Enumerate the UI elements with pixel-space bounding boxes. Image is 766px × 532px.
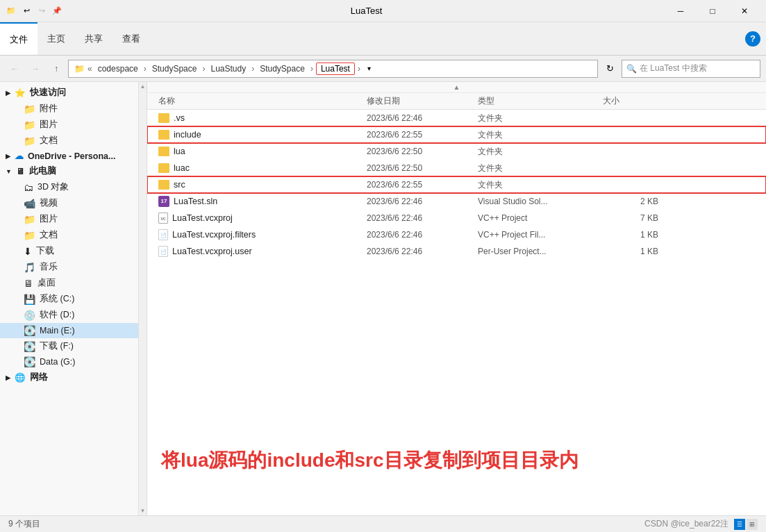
file-row-filters[interactable]: 📄 LuaTest.vcxproj.filters 2023/6/6 22:46… — [147, 226, 766, 243]
main-layout: ▶ ⭐ 快速访问 📁 附件 📁 图片 📁 文档 ▶ — [0, 82, 766, 515]
refresh-button[interactable]: ↻ — [601, 60, 619, 78]
sidebar-label-downloads: 下载 — [36, 245, 54, 257]
sidebar-item-documents[interactable]: 📁 文档 — [0, 133, 138, 149]
help-icon[interactable]: ? — [745, 31, 760, 47]
sidebar-item-3dobjects[interactable]: 🗂 3D 对象 — [0, 179, 138, 195]
tab-view[interactable]: 查看 — [113, 22, 150, 55]
sidebar-pc-label: 此电脑 — [29, 165, 56, 177]
up-button[interactable]: ↑ — [47, 60, 65, 78]
sidebar-label-3d: 3D 对象 — [38, 181, 69, 193]
forward-button[interactable]: → — [26, 60, 44, 78]
address-path[interactable]: 📁 « codespace › StudySpace › LuaStudy › … — [68, 60, 598, 78]
file-row-vcxproj[interactable]: vc LuaTest.vcxproj 2023/6/6 22:46 VC++ P… — [147, 210, 766, 226]
ribbon: 文件 主页 共享 查看 ? — [0, 22, 766, 56]
sidebar-network-label: 网络 — [30, 372, 48, 383]
path-codespace[interactable]: codespace — [95, 63, 141, 75]
scroll-down-arrow[interactable]: ▼ — [139, 506, 147, 515]
close-button[interactable]: ✕ — [728, 0, 760, 22]
sort-arrow-icon: ▲ — [453, 83, 460, 91]
sidebar-label-g: Data (G:) — [40, 357, 75, 367]
sidebar-scrollbar[interactable]: ▲ ▼ — [139, 82, 147, 515]
sidebar-pc-header[interactable]: ▼ 🖥 此电脑 — [0, 163, 138, 179]
folder-icon — [158, 130, 169, 140]
redo-icon[interactable]: ↪ — [36, 6, 47, 17]
sidebar-label-docs: 文档 — [40, 229, 58, 241]
file-row-luac[interactable]: luac 2023/6/6 22:50 文件夹 — [147, 160, 766, 176]
music-icon: 🎵 — [24, 262, 35, 273]
sidebar-network-header[interactable]: ▶ 🌐 网络 — [0, 369, 138, 385]
sidebar-item-images[interactable]: 📁 图片 — [0, 211, 138, 227]
sidebar: ▶ ⭐ 快速访问 📁 附件 📁 图片 📁 文档 ▶ — [0, 82, 139, 515]
path-dropdown[interactable]: ▾ — [363, 65, 376, 72]
pin-icon[interactable]: 📌 — [51, 6, 63, 17]
expand-icon: ▼ — [6, 168, 12, 175]
status-right: CSDN @ice_bear22注 ☰ ⊞ — [644, 518, 758, 530]
window-icon: 📁 — [6, 6, 17, 17]
sidebar-item-docs[interactable]: 📁 文档 — [0, 227, 138, 243]
list-view-icon[interactable]: ☰ — [734, 519, 745, 530]
cloud-icon: ☁ — [15, 151, 24, 161]
sidebar-item-pictures[interactable]: 📁 图片 — [0, 117, 138, 133]
sidebar-onedrive-header[interactable]: ▶ ☁ OneDrive - Persona... — [0, 149, 138, 163]
drive-g-icon: 💽 — [24, 356, 35, 367]
star-icon: ⭐ — [15, 88, 26, 98]
col-header-name[interactable]: 名称 — [158, 95, 367, 107]
vs-icon: 17 — [158, 196, 169, 207]
file-type: VC++ Project Fil... — [478, 230, 603, 240]
download-icon: ⬇ — [24, 246, 32, 257]
file-date: 2023/6/6 22:50 — [367, 163, 478, 173]
sidebar-item-g-drive[interactable]: 💽 Data (G:) — [0, 354, 138, 369]
col-header-date[interactable]: 修改日期 — [367, 95, 478, 107]
path-luatest[interactable]: LuaTest — [316, 63, 355, 75]
tab-home[interactable]: 主页 — [38, 22, 75, 55]
sidebar-item-e-drive[interactable]: 💽 Main (E:) — [0, 323, 138, 338]
file-size: 1 KB — [603, 247, 658, 256]
details-view-icon[interactable]: ⊞ — [747, 519, 758, 530]
maximize-button[interactable]: □ — [697, 0, 728, 22]
title-bar: 📁 ↩ ↪ 📌 LuaTest ─ □ ✕ — [0, 0, 766, 22]
sidebar-label-videos: 视频 — [40, 197, 58, 209]
scroll-up-arrow[interactable]: ▲ — [139, 82, 147, 91]
sidebar-label-f: 下载 (F:) — [40, 340, 74, 352]
col-header-size[interactable]: 大小 — [603, 95, 658, 107]
file-row-lua[interactable]: lua 2023/6/6 22:50 文件夹 — [147, 143, 766, 160]
title-bar-left-icons: 📁 ↩ ↪ 📌 — [6, 6, 63, 17]
tab-share[interactable]: 共享 — [75, 22, 113, 55]
col-header-type[interactable]: 类型 — [478, 95, 603, 107]
sidebar-item-downloads[interactable]: ⬇ 下载 — [0, 243, 138, 259]
sidebar-item-music[interactable]: 🎵 音乐 — [0, 259, 138, 275]
sidebar-item-videos[interactable]: 📹 视频 — [0, 195, 138, 211]
path-studyspace1[interactable]: StudySpace — [149, 63, 200, 75]
minimize-button[interactable]: ─ — [665, 0, 697, 22]
sidebar-label-desktop: 桌面 — [38, 277, 56, 289]
file-name-lua: lua — [158, 147, 367, 156]
file-row[interactable]: .vs 2023/6/6 22:46 文件夹 — [147, 110, 766, 126]
file-date: 2023/6/6 22:50 — [367, 147, 478, 156]
status-bar: 9 个项目 CSDN @ice_bear22注 ☰ ⊞ — [0, 515, 766, 532]
file-name-filters: 📄 LuaTest.vcxproj.filters — [158, 229, 367, 240]
path-studyspace2[interactable]: StudySpace — [257, 63, 308, 75]
back-button[interactable]: ← — [6, 60, 24, 78]
undo-icon[interactable]: ↩ — [21, 6, 32, 17]
sidebar-label-music: 音乐 — [40, 261, 58, 273]
file-row-src[interactable]: src 2023/6/6 22:55 文件夹 — [147, 176, 766, 193]
sidebar-item-f-drive[interactable]: 💽 下载 (F:) — [0, 338, 138, 354]
file-row-user[interactable]: 📄 LuaTest.vcxproj.user 2023/6/6 22:46 Pe… — [147, 243, 766, 260]
tab-file[interactable]: 文件 — [0, 22, 38, 55]
sidebar-quickaccess-header[interactable]: ▶ ⭐ 快速访问 — [0, 85, 138, 101]
folder-icon: 📁 — [24, 119, 35, 131]
folder-icon — [158, 180, 169, 190]
file-type: Per-User Project... — [478, 247, 603, 256]
file-row-sln[interactable]: 17 LuaTest.sln 2023/6/6 22:46 Visual Stu… — [147, 193, 766, 210]
watermark: CSDN @ice_bear22注 — [644, 518, 728, 530]
path-luastudy[interactable]: LuaStudy — [208, 63, 249, 75]
file-size: 2 KB — [603, 197, 658, 206]
file-row-include[interactable]: include 2023/6/6 22:55 文件夹 — [147, 126, 766, 143]
search-box[interactable]: 🔍 在 LuaTest 中搜索 — [622, 60, 760, 78]
sidebar-item-desktop[interactable]: 🖥 桌面 — [0, 275, 138, 291]
sidebar-item-attachments[interactable]: 📁 附件 — [0, 101, 138, 117]
sidebar-item-c-drive[interactable]: 💾 系统 (C:) — [0, 291, 138, 307]
sidebar-label-d: 软件 (D:) — [40, 309, 74, 321]
sidebar-item-d-drive[interactable]: 💿 软件 (D:) — [0, 307, 138, 323]
window-controls: ─ □ ✕ — [665, 0, 760, 22]
